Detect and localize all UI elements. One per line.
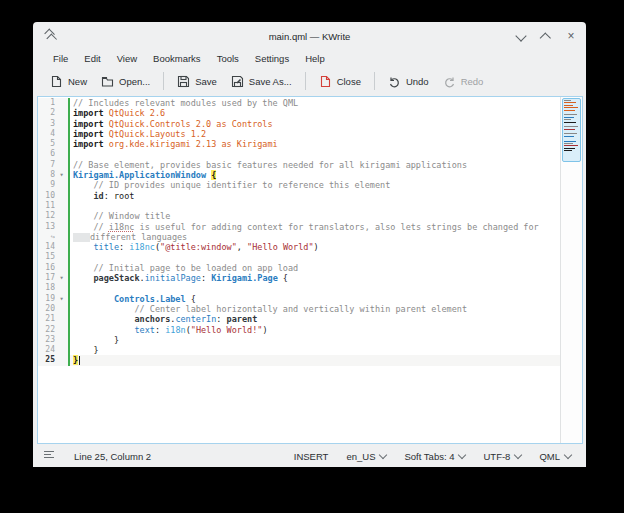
menu-tools[interactable]: Tools: [209, 52, 247, 65]
code-line[interactable]: 22 text: i18n("Hello World!"): [38, 325, 560, 335]
code-line[interactable]: 14 title: i18nc("@title:window", "Hello …: [38, 242, 560, 252]
code-line[interactable]: 19▾ Controls.Label {: [38, 294, 560, 304]
dictionary-select[interactable]: en_US: [341, 449, 391, 464]
save-as-button[interactable]: Save As...: [224, 71, 299, 92]
code-line[interactable]: 21 anchors.centerIn: parent: [38, 314, 560, 324]
encoding-select[interactable]: UTF-8: [478, 449, 526, 464]
dictionary-value: en_US: [346, 451, 375, 462]
code-line[interactable]: 15: [38, 252, 560, 262]
toolbar: New Open... Save Save As... Close: [33, 66, 586, 96]
save-as-button-label: Save As...: [249, 76, 292, 87]
statusbar: Line 25, Column 2 INSERT en_US Soft Tabs…: [33, 445, 586, 467]
code-line[interactable]: 11: [38, 201, 560, 211]
code-line[interactable]: 8▾Kirigami.ApplicationWindow {: [38, 170, 560, 180]
code-line[interactable]: 23 }: [38, 335, 560, 345]
maximize-button[interactable]: [539, 29, 553, 43]
chevron-down-icon: [379, 451, 387, 459]
minimize-button[interactable]: [514, 29, 528, 43]
code-line[interactable]: 20 // Center label horizontally and vert…: [38, 304, 560, 314]
minimap-code-preview: [564, 100, 579, 153]
editor-view[interactable]: 1// Includes relevant modules used by th…: [37, 96, 583, 444]
syntax-mode-select[interactable]: QML: [534, 449, 576, 464]
window-title: main.qml — KWrite: [33, 31, 586, 42]
close-document-icon: [319, 75, 332, 88]
redo-button: Redo: [436, 71, 491, 92]
desktop-background: main.qml — KWrite × File Edit View Bookm…: [0, 0, 624, 513]
code-line[interactable]: 18: [38, 283, 560, 293]
open-button-label: Open...: [119, 76, 150, 87]
redo-icon: [443, 75, 456, 88]
text-cursor: [79, 356, 80, 365]
chevron-down-icon: [564, 451, 572, 459]
new-document-icon: [50, 75, 63, 88]
fold-marker-icon[interactable]: ▾: [55, 170, 68, 180]
redo-button-label: Redo: [461, 76, 484, 87]
close-window-button[interactable]: ×: [564, 29, 578, 43]
menubar: File Edit View Bookmarks Tools Settings …: [33, 50, 586, 66]
close-document-button[interactable]: Close: [312, 71, 368, 92]
code-line[interactable]: 5import org.kde.kirigami 2.13 as Kirigam…: [38, 139, 560, 149]
code-line[interactable]: 7// Base element, provides basic feature…: [38, 160, 560, 170]
code-line[interactable]: 16 // Initial page to be loaded on app l…: [38, 263, 560, 273]
chevron-down-icon: [514, 451, 522, 459]
open-button[interactable]: Open...: [94, 71, 157, 92]
syntax-mode-value: QML: [539, 451, 560, 462]
code-line[interactable]: 2import QtQuick 2.6: [38, 108, 560, 118]
kwrite-window: main.qml — KWrite × File Edit View Bookm…: [33, 22, 586, 467]
chevron-up-icon: [540, 32, 551, 43]
double-chevron-up-icon: [46, 33, 57, 44]
toolbar-separator: [163, 72, 164, 90]
code-line[interactable]: 17▾ pageStack.initialPage: Kirigami.Page…: [38, 273, 560, 283]
undo-button-label: Undo: [406, 76, 429, 87]
menu-file[interactable]: File: [45, 52, 76, 65]
menu-edit[interactable]: Edit: [76, 52, 108, 65]
toolbar-separator: [374, 72, 375, 90]
menu-view[interactable]: View: [109, 52, 145, 65]
menu-bookmarks[interactable]: Bookmarks: [145, 52, 209, 65]
save-button-label: Save: [195, 76, 217, 87]
code-lines[interactable]: 1// Includes relevant modules used by th…: [38, 98, 560, 443]
chevron-down-icon: [515, 30, 526, 41]
fold-marker-icon[interactable]: ▾: [55, 273, 68, 283]
save-as-icon: [231, 75, 244, 88]
tab-mode-value: Soft Tabs: 4: [404, 451, 454, 462]
save-icon: [177, 75, 190, 88]
cursor-position[interactable]: Line 25, Column 2: [69, 449, 156, 464]
close-icon: ×: [567, 30, 574, 42]
menu-settings[interactable]: Settings: [247, 52, 297, 65]
input-mode[interactable]: INSERT: [289, 449, 334, 464]
word-wrap-indicator-icon[interactable]: [43, 450, 55, 462]
code-line[interactable]: 1// Includes relevant modules used by th…: [38, 98, 560, 108]
encoding-value: UTF-8: [483, 451, 510, 462]
scrollbar-minimap[interactable]: [560, 97, 582, 443]
chevron-down-icon: [458, 451, 466, 459]
code-line[interactable]: 6: [38, 149, 560, 159]
titlebar[interactable]: main.qml — KWrite ×: [33, 22, 586, 50]
toolbar-separator: [305, 72, 306, 90]
code-line[interactable]: 24 }: [38, 345, 560, 355]
code-line[interactable]: 25}: [38, 355, 560, 365]
close-document-button-label: Close: [337, 76, 361, 87]
code-line[interactable]: 10 id: root: [38, 191, 560, 201]
code-line[interactable]: 13 // i18nc is useful for adding context…: [38, 222, 560, 232]
fold-marker-icon[interactable]: ▾: [55, 294, 68, 304]
code-line[interactable]: 4import QtQuick.Layouts 1.2: [38, 129, 560, 139]
new-button-label: New: [68, 76, 87, 87]
open-folder-icon: [101, 75, 114, 88]
menu-help[interactable]: Help: [297, 52, 333, 65]
undo-icon: [388, 75, 401, 88]
tab-mode-select[interactable]: Soft Tabs: 4: [399, 449, 470, 464]
code-line[interactable]: 12 // Window title: [38, 211, 560, 221]
undo-button[interactable]: Undo: [381, 71, 436, 92]
new-button[interactable]: New: [43, 71, 94, 92]
code-line[interactable]: 9 // ID provides unique identifier to re…: [38, 180, 560, 190]
code-line[interactable]: ↪different languages: [38, 232, 560, 242]
save-button[interactable]: Save: [170, 71, 224, 92]
code-line[interactable]: 3import QtQuick.Controls 2.0 as Controls: [38, 119, 560, 129]
shade-window-button[interactable]: [44, 29, 58, 43]
